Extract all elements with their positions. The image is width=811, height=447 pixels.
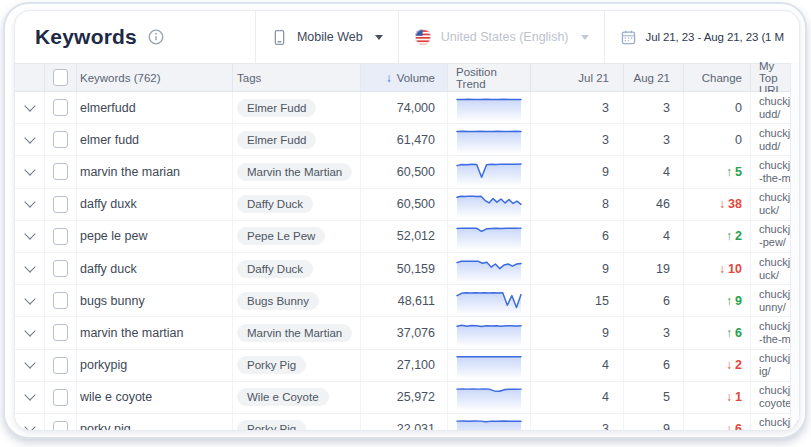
tag-pill[interactable]: Marvin the Martian <box>237 324 352 342</box>
volume-cell: 52,012 <box>361 221 448 252</box>
tag-cell: Porky Pig <box>233 350 361 381</box>
column-header-jul21[interactable]: Jul 21 <box>531 64 624 91</box>
row-checkbox[interactable] <box>45 317 77 348</box>
locale-selector-dropdown[interactable]: United States (English) <box>398 11 604 63</box>
checkbox-icon <box>53 163 68 180</box>
row-checkbox[interactable] <box>45 189 77 220</box>
row-checkbox[interactable] <box>45 253 77 284</box>
change-arrow-icon: ↑ <box>726 229 732 243</box>
change-cell: ↓ 10 <box>684 253 751 284</box>
row-checkbox[interactable] <box>45 156 77 187</box>
aug21-position-cell: 3 <box>624 92 684 123</box>
trend-cell <box>448 317 531 348</box>
aug21-position-cell: 5 <box>624 382 684 413</box>
row-expand-button[interactable] <box>15 317 45 348</box>
row-checkbox[interactable] <box>45 92 77 123</box>
tag-pill[interactable]: Daffy Duck <box>237 260 313 278</box>
column-header-keywords[interactable]: Keywords (762) <box>77 64 233 91</box>
jul21-position-cell: 3 <box>531 92 624 123</box>
volume-cell: 50,159 <box>361 253 448 284</box>
keyword-cell[interactable]: pepe le pew <box>77 221 233 252</box>
row-expand-button[interactable] <box>15 253 45 284</box>
row-expand-button[interactable] <box>15 285 45 316</box>
row-expand-button[interactable] <box>15 189 45 220</box>
tag-pill[interactable]: Wile e Coyote <box>237 388 329 406</box>
row-expand-button[interactable] <box>15 350 45 381</box>
row-expand-button[interactable] <box>15 92 45 123</box>
keyword-cell[interactable]: wile e coyote <box>77 382 233 413</box>
row-checkbox[interactable] <box>45 221 77 252</box>
change-value: 2 <box>735 358 742 372</box>
scrollbar-track[interactable] <box>790 63 799 430</box>
table-header: Keywords (762) Tags ↓ Volume Position Tr… <box>15 63 799 92</box>
change-cell: ↓ 2 <box>684 350 751 381</box>
keyword-cell[interactable]: porkypig <box>77 350 233 381</box>
change-cell: ↑ 9 <box>684 285 751 316</box>
row-expand-button[interactable] <box>15 221 45 252</box>
tag-pill[interactable]: Porky Pig <box>237 420 306 431</box>
volume-cell: 60,500 <box>361 189 448 220</box>
tag-pill[interactable]: Daffy Duck <box>237 195 313 213</box>
locale-selector-label: United States (English) <box>441 30 569 44</box>
volume-cell: 37,076 <box>361 317 448 348</box>
volume-cell: 74,000 <box>361 92 448 123</box>
keyword-text: elmerfudd <box>80 101 136 115</box>
row-expand-button[interactable] <box>15 124 45 155</box>
calendar-icon <box>620 29 637 46</box>
change-value: 6 <box>735 326 742 340</box>
chevron-down-icon <box>24 390 35 401</box>
date-range-picker[interactable]: Jul 21, 23 - Aug 21, 23 (1 M <box>604 11 799 63</box>
row-expand-button[interactable] <box>15 382 45 413</box>
keyword-cell[interactable]: marvin the marian <box>77 156 233 187</box>
select-all-checkbox[interactable] <box>45 64 77 91</box>
top-url-line2: -pew/ <box>759 236 786 249</box>
aug21-position-cell: 6 <box>624 285 684 316</box>
tag-pill[interactable]: Elmer Fudd <box>237 99 316 117</box>
row-checkbox[interactable] <box>45 350 77 381</box>
chevron-down-icon <box>24 357 35 368</box>
aug21-position-cell: 6 <box>624 350 684 381</box>
position-trend-sparkline <box>456 256 522 282</box>
info-icon[interactable] <box>148 29 164 45</box>
keyword-text: porky pig <box>80 422 131 431</box>
volume-cell: 27,100 <box>361 350 448 381</box>
device-selector-dropdown[interactable]: Mobile Web <box>255 11 398 63</box>
column-header-aug21[interactable]: Aug 21 <box>624 64 684 91</box>
row-checkbox[interactable] <box>45 382 77 413</box>
chevron-down-icon <box>24 325 35 336</box>
tag-cell: Marvin the Martian <box>233 317 361 348</box>
keyword-cell[interactable]: elmer fudd <box>77 124 233 155</box>
row-checkbox[interactable] <box>45 414 77 431</box>
column-header-change[interactable]: Change <box>684 64 751 91</box>
row-checkbox[interactable] <box>45 124 77 155</box>
change-value: 0 <box>735 133 742 147</box>
jul21-position-cell: 4 <box>531 350 624 381</box>
column-header-tags[interactable]: Tags <box>233 64 361 91</box>
change-value: 5 <box>735 165 742 179</box>
keyword-cell[interactable]: daffy duxk <box>77 189 233 220</box>
keyword-cell[interactable]: daffy duck <box>77 253 233 284</box>
column-header-position-trend[interactable]: Position Trend <box>448 64 531 91</box>
tag-pill[interactable]: Elmer Fudd <box>237 131 316 149</box>
volume-cell: 48,611 <box>361 285 448 316</box>
volume-cell: 61,470 <box>361 124 448 155</box>
tag-pill[interactable]: Porky Pig <box>237 356 306 374</box>
change-arrow-icon: ↓ <box>726 390 732 404</box>
row-expand-button[interactable] <box>15 156 45 187</box>
device-selector-label: Mobile Web <box>297 30 363 44</box>
table-row: wile e coyote Wile e Coyote 25,972 4 5 ↓… <box>15 382 799 414</box>
keyword-cell[interactable]: bugs bunny <box>77 285 233 316</box>
keyword-cell[interactable]: porky pig <box>77 414 233 431</box>
change-value: 6 <box>735 422 742 431</box>
keyword-cell[interactable]: elmerfudd <box>77 92 233 123</box>
change-cell: ↓ 6 <box>684 414 751 431</box>
chevron-down-icon <box>24 164 35 175</box>
tag-pill[interactable]: Marvin the Martian <box>237 163 352 181</box>
checkbox-icon <box>53 260 68 277</box>
tag-pill[interactable]: Bugs Bunny <box>237 292 319 310</box>
checkbox-icon <box>53 292 68 309</box>
row-checkbox[interactable] <box>45 285 77 316</box>
column-header-volume[interactable]: ↓ Volume <box>361 64 448 91</box>
keyword-cell[interactable]: marvin the martian <box>77 317 233 348</box>
tag-pill[interactable]: Pepe Le Pew <box>237 227 325 245</box>
